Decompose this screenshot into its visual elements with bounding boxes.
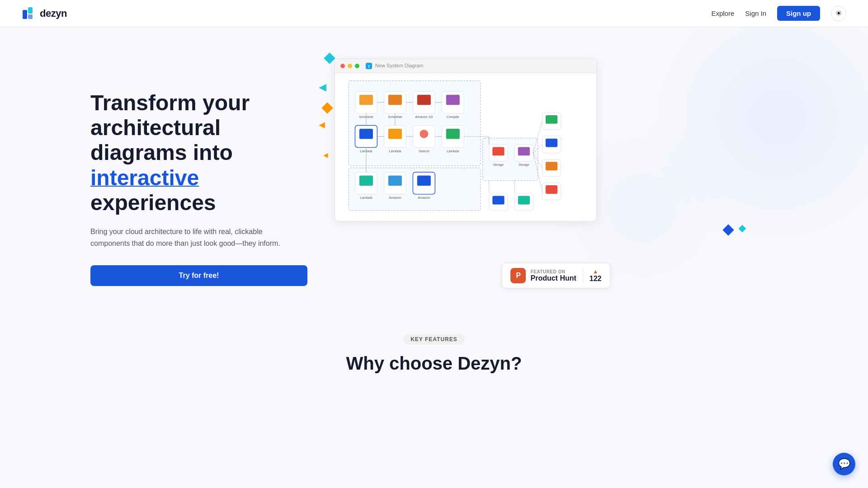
svg-rect-66	[546, 185, 557, 194]
svg-rect-0	[23, 10, 27, 19]
nav-right: Explore Sign In Sign up ☀	[711, 6, 846, 21]
svg-text:Lambda: Lambda	[360, 196, 373, 200]
key-features-section: KEY FEATURES Why choose Dezyn?	[0, 307, 868, 392]
signup-button[interactable]: Sign up	[777, 6, 820, 21]
svg-rect-41	[359, 176, 373, 186]
theme-toggle-button[interactable]: ☀	[831, 6, 846, 21]
ph-logo: P	[510, 268, 526, 283]
chat-icon: 💬	[838, 458, 850, 470]
deco-diamond-cyan-bottom	[739, 225, 746, 233]
svg-rect-60	[546, 115, 557, 124]
logo-link[interactable]: dezyn	[22, 6, 67, 21]
diagram-container: ◀ ◀ ◀ t New System Diagram	[335, 59, 778, 221]
deco-diamond-teal	[324, 52, 335, 64]
dot-red	[340, 64, 345, 68]
deco-diamond-blue-bottom	[722, 224, 734, 235]
diagram-card: t New System Diagram	[335, 59, 597, 221]
dot-green	[355, 64, 359, 68]
svg-rect-27	[388, 129, 402, 139]
try-for-free-button[interactable]: Try for free!	[90, 265, 307, 286]
svg-text:Compile: Compile	[447, 115, 459, 119]
deco-arrow-left-1: ◀	[319, 81, 326, 93]
hero-title: Transform your architectural diagrams in…	[90, 90, 307, 215]
svg-rect-11	[388, 95, 402, 105]
navbar: dezyn Explore Sign In Sign up ☀	[0, 0, 868, 27]
diagram-svg: Schedule Schedule Amazon S3	[340, 79, 591, 215]
ph-arrow-icon: ▲	[593, 268, 598, 275]
signin-link[interactable]: Sign In	[745, 9, 766, 17]
hero-title-part2: experiences	[90, 191, 216, 215]
svg-rect-18	[446, 95, 460, 105]
diagram-title-bar: t New System Diagram	[366, 63, 423, 69]
svg-rect-14	[417, 95, 431, 105]
svg-text:Storage: Storage	[519, 163, 529, 167]
ph-text-area: FEATURED ON Product Hunt	[530, 269, 576, 282]
ph-featured-label: FEATURED ON	[530, 269, 576, 274]
diagram-window-title: New System Diagram	[375, 63, 423, 68]
key-features-label: KEY FEATURES	[403, 334, 465, 344]
svg-rect-74	[518, 196, 530, 205]
hero-title-highlight: interactive	[90, 166, 199, 190]
svg-text:Search: Search	[419, 149, 429, 153]
svg-rect-47	[417, 176, 431, 186]
hero-subtitle: Bring your cloud architecture to life wi…	[90, 226, 289, 249]
hero-title-part1: Transform your architectural diagrams in…	[90, 91, 250, 164]
ph-name: Product Hunt	[530, 274, 576, 282]
ph-vote-count: 122	[590, 275, 602, 283]
deco-arrow-left-2: ◀	[319, 120, 325, 130]
chat-button[interactable]: 💬	[833, 453, 855, 475]
theme-icon: ☀	[835, 9, 842, 18]
svg-rect-2	[28, 14, 33, 19]
svg-rect-62	[546, 139, 557, 147]
product-hunt-badge[interactable]: P FEATURED ON Product Hunt ▲ 122	[502, 263, 610, 288]
svg-rect-24	[359, 129, 373, 139]
diagram-header: t New System Diagram	[335, 59, 596, 73]
svg-rect-33	[446, 129, 460, 139]
logo-text: dezyn	[40, 8, 67, 19]
svg-rect-72	[492, 196, 504, 205]
deco-arrow-left-3: ◀	[323, 151, 328, 159]
dot-yellow	[348, 64, 352, 68]
section-title: Why choose Dezyn?	[346, 353, 522, 374]
svg-rect-44	[388, 176, 402, 186]
svg-rect-8	[359, 95, 373, 105]
hero-section: Transform your architectural diagrams in…	[0, 27, 868, 307]
hero-left: Transform your architectural diagrams in…	[90, 63, 307, 286]
svg-rect-52	[492, 147, 504, 156]
svg-text:Lambda: Lambda	[389, 149, 401, 153]
deco-diamond-orange	[321, 102, 333, 113]
twitter-icon: t	[366, 63, 372, 69]
svg-text:Lambda: Lambda	[447, 149, 459, 153]
hero-right: ◀ ◀ ◀ t New System Diagram	[335, 63, 778, 288]
svg-text:Amazon S3: Amazon S3	[415, 115, 433, 119]
svg-text:Amazon: Amazon	[389, 196, 401, 200]
svg-text:t: t	[368, 64, 370, 69]
svg-point-30	[420, 130, 428, 138]
ph-votes: ▲ 122	[583, 268, 602, 283]
dezyn-logo-icon	[22, 6, 36, 21]
explore-link[interactable]: Explore	[711, 9, 734, 17]
svg-rect-55	[518, 147, 530, 156]
svg-rect-1	[28, 7, 33, 14]
svg-rect-64	[546, 162, 557, 170]
svg-text:Amazon: Amazon	[418, 196, 430, 200]
diagram-body: Schedule Schedule Amazon S3	[335, 73, 596, 220]
svg-text:Storage: Storage	[493, 163, 504, 167]
